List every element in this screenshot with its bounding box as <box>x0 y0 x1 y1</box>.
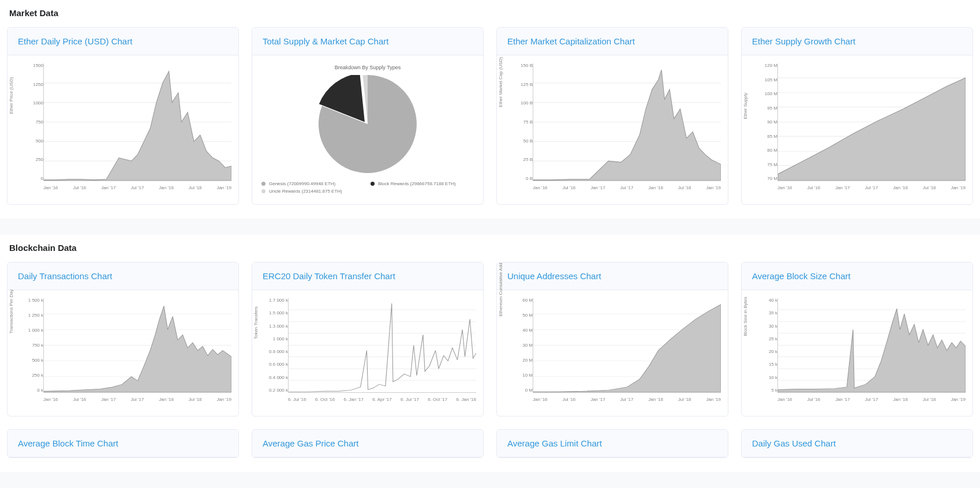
card-header: Average Block Size Chart <box>742 262 972 290</box>
card-gas-price[interactable]: Average Gas Price Chart <box>252 429 484 458</box>
card-title-link[interactable]: Average Gas Price Chart <box>263 438 358 448</box>
card-daily-transactions[interactable]: Daily Transactions Chart Transactions Pe… <box>7 262 239 416</box>
y-axis-label: Token Transfers <box>253 306 259 339</box>
plot-area <box>43 63 231 181</box>
card-header: Unique Addresses Chart <box>497 262 728 290</box>
card-gas-used[interactable]: Daily Gas Used Chart <box>741 429 973 458</box>
section-title-market: Market Data <box>7 8 973 27</box>
section-market-data: Market Data Ether Daily Price (USD) Char… <box>0 0 980 219</box>
y-axis: 120 M105 M100 M95 M90 M85 M80 M75 M70 M <box>757 63 777 181</box>
section-blockchain-data: Blockchain Data Daily Transactions Chart… <box>0 235 980 472</box>
plot-area <box>777 298 966 393</box>
grid-blockchain: Daily Transactions Chart Transactions Pe… <box>7 262 973 458</box>
card-header: Daily Gas Used Chart <box>742 430 972 457</box>
card-supply-growth[interactable]: Ether Supply Growth Chart Ether Supply 1… <box>741 27 973 205</box>
chart-body: Ether Price (USD) 1500125010007505002500… <box>8 55 238 204</box>
legend-dot-icon <box>261 189 265 193</box>
x-axis: 6. Jul '166. Oct '166. Jan '176. Apr '17… <box>288 397 476 402</box>
grid-market: Ether Daily Price (USD) Chart Ether Pric… <box>7 27 973 205</box>
card-header: Average Block Time Chart <box>8 430 238 457</box>
card-header: Total Supply & Market Cap Chart <box>252 28 483 55</box>
chart-body: Transactions Per Day 1 500 k1 250 k1 000… <box>8 290 238 416</box>
y-axis-label: Transactions Per Day <box>9 290 14 334</box>
card-title-link[interactable]: Average Gas Limit Chart <box>507 438 602 448</box>
chart-body: Ether Market Cap (USD) 150 B125 B100 B75… <box>497 55 728 204</box>
section-title-blockchain: Blockchain Data <box>7 243 973 262</box>
chart-body: Breakdown By Supply Types Genesis (72009… <box>252 55 483 204</box>
card-header: Ether Daily Price (USD) Chart <box>8 28 238 55</box>
card-title-link[interactable]: Unique Addresses Chart <box>507 271 601 281</box>
x-axis: Jan '16Jul '16Jan '17Jul '17Jan '18Jul '… <box>43 185 231 190</box>
y-axis: 1.7 000 k1.5 000 k1.3 000 k1 000 k0.8 00… <box>267 298 288 393</box>
card-erc20-transfer[interactable]: ERC20 Daily Token Transfer Chart Token T… <box>252 262 484 416</box>
y-axis: 150 B125 B100 B75 B50 B25 B0 B <box>512 63 533 181</box>
card-title-link[interactable]: Total Supply & Market Cap Chart <box>263 36 388 46</box>
card-block-size[interactable]: Average Block Size Chart Block Size in B… <box>741 262 973 416</box>
chart-body: Ether Supply 120 M105 M100 M95 M90 M85 M… <box>742 55 972 204</box>
card-title-link[interactable]: Daily Transactions Chart <box>18 271 112 281</box>
plot-area <box>533 298 721 393</box>
card-title-link[interactable]: ERC20 Daily Token Transfer Chart <box>263 271 395 281</box>
card-header: Average Gas Price Chart <box>252 430 483 457</box>
y-axis: 60 M50 M40 M30 M20 M10 M0 M <box>512 298 533 393</box>
x-axis: Jan '16Jul '16Jan '17Jul '17Jan '18Jul '… <box>533 397 721 402</box>
x-axis: Jan '16Jul '16Jan '17Jul '17Jan '18Jul '… <box>777 185 966 190</box>
card-total-supply[interactable]: Total Supply & Market Cap Chart Breakdow… <box>252 27 484 205</box>
card-ether-price[interactable]: Ether Daily Price (USD) Chart Ether Pric… <box>7 27 239 205</box>
y-axis-label: Ethereum Cumulative Address Growth <box>498 262 503 316</box>
card-title-link[interactable]: Average Block Time Chart <box>18 438 118 448</box>
y-axis-label: Block Size in Bytes <box>743 296 748 336</box>
y-axis: 1 500 k1 250 k1 000 k750 k500 k250 k0 k <box>23 298 43 393</box>
card-title-link[interactable]: Ether Daily Price (USD) Chart <box>18 36 132 46</box>
legend-dot-icon <box>371 182 375 186</box>
card-title-link[interactable]: Ether Supply Growth Chart <box>752 36 855 46</box>
chart-body: Token Transfers 1.7 000 k1.5 000 k1.3 00… <box>252 290 483 416</box>
chart-body: Block Size in Bytes 40 k35 k30 k25 k20 k… <box>742 290 972 416</box>
y-axis-label: Ether Price (USD) <box>9 77 14 114</box>
y-axis-label: Ether Market Cap (USD) <box>498 57 503 107</box>
pie-legend: Genesis (72009990.49948 ETH) Block Rewar… <box>258 181 477 194</box>
pie-chart <box>319 75 417 173</box>
card-header: Ether Supply Growth Chart <box>742 28 972 55</box>
card-market-cap[interactable]: Ether Market Capitalization Chart Ether … <box>496 27 728 205</box>
plot-area <box>43 298 231 393</box>
card-block-time[interactable]: Average Block Time Chart <box>7 429 239 458</box>
y-axis-label: Ether Supply <box>743 93 748 119</box>
legend-dot-icon <box>261 182 265 186</box>
card-header: Daily Transactions Chart <box>8 262 238 290</box>
card-header: Average Gas Limit Chart <box>497 430 728 457</box>
plot-area <box>777 63 966 181</box>
x-axis: Jan '16Jul '16Jan '17Jul '17Jan '18Jul '… <box>43 397 231 402</box>
card-header: ERC20 Daily Token Transfer Chart <box>252 262 483 290</box>
x-axis: Jan '16Jul '16Jan '17Jul '17Jan '18Jul '… <box>533 185 721 190</box>
x-axis: Jan '16Jul '16Jan '17Jul '17Jan '18Jul '… <box>777 397 966 402</box>
legend-genesis: Genesis (72009990.49948 ETH) <box>261 181 365 186</box>
plot-area <box>533 63 721 181</box>
card-title-link[interactable]: Daily Gas Used Chart <box>752 438 836 448</box>
y-axis: 40 k35 k30 k25 k20 k15 k10 k5 k <box>757 298 777 393</box>
y-axis: 1500125010007505002500 <box>23 63 43 181</box>
card-gas-limit[interactable]: Average Gas Limit Chart <box>496 429 728 458</box>
card-unique-addresses[interactable]: Unique Addresses Chart Ethereum Cumulati… <box>496 262 728 416</box>
card-header: Ether Market Capitalization Chart <box>497 28 728 55</box>
plot-area <box>288 298 476 393</box>
pie-title: Breakdown By Supply Types <box>258 65 477 70</box>
legend-block: Block Rewards (29866758.7188 ETH) <box>371 181 474 186</box>
legend-uncle: Uncle Rewards (2314481.875 ETH) <box>261 189 365 194</box>
card-title-link[interactable]: Average Block Size Chart <box>752 271 851 281</box>
chart-body: Ethereum Cumulative Address Growth 60 M5… <box>497 290 728 416</box>
card-title-link[interactable]: Ether Market Capitalization Chart <box>507 36 635 46</box>
